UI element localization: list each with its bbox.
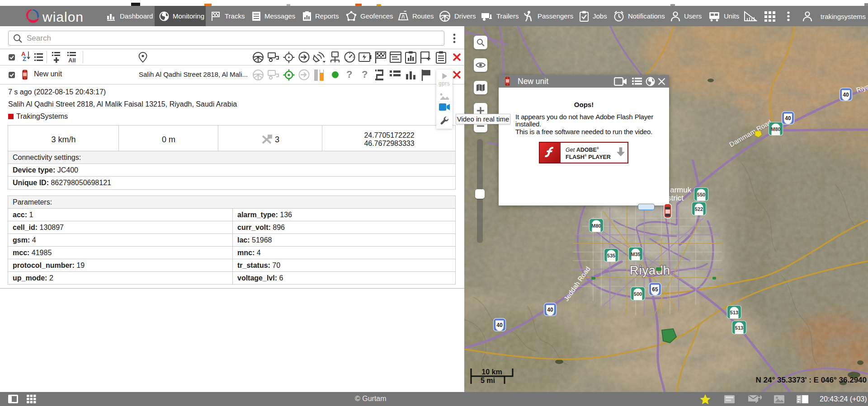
svg-text:513: 513: [735, 325, 743, 331]
svg-text:40: 40: [547, 307, 553, 313]
svg-text:65: 65: [652, 286, 658, 293]
svg-text:40: 40: [843, 92, 849, 98]
svg-text:550: 550: [697, 192, 705, 197]
svg-text:40: 40: [785, 115, 791, 121]
svg-text:535: 535: [607, 253, 615, 258]
svg-text:522: 522: [695, 206, 703, 212]
svg-text:M80: M80: [771, 126, 780, 132]
svg-text:M35: M35: [631, 252, 640, 257]
svg-text:M80: M80: [591, 223, 601, 229]
svg-text:40: 40: [496, 322, 503, 328]
svg-text:All: All: [68, 57, 76, 63]
svg-text:513: 513: [730, 310, 738, 315]
svg-text:500: 500: [634, 291, 642, 297]
